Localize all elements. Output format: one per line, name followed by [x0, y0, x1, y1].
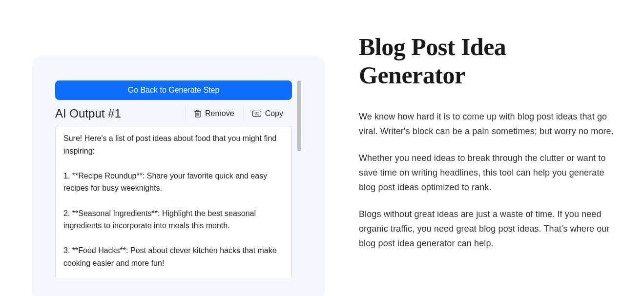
svg-point-8 — [255, 113, 255, 114]
svg-point-3 — [255, 112, 255, 113]
svg-point-6 — [259, 112, 259, 113]
description-para-3: Blogs without great ideas are just a was… — [359, 207, 618, 251]
content-section: Blog Post Idea Generator We know how har… — [359, 33, 618, 296]
description-para-2: Whether you need ideas to break through … — [359, 151, 618, 195]
svg-point-7 — [254, 113, 254, 114]
remove-button[interactable]: Remove — [185, 106, 243, 121]
page-title: Blog Post Idea Generator — [359, 33, 618, 89]
output-title: AI Output #1 — [55, 107, 185, 120]
scrollbar-thumb[interactable] — [297, 80, 301, 151]
copy-label: Copy — [265, 109, 283, 118]
svg-point-2 — [254, 112, 254, 113]
svg-point-9 — [256, 113, 257, 114]
scrollbar-track[interactable] — [296, 80, 301, 278]
svg-point-4 — [256, 112, 257, 113]
go-back-button[interactable]: Go Back to Generate Step — [55, 80, 292, 100]
svg-point-5 — [257, 112, 258, 113]
remove-label: Remove — [205, 109, 234, 118]
svg-point-11 — [259, 113, 259, 114]
description-para-1: We know how hard it is to come up with b… — [359, 110, 618, 138]
svg-point-10 — [257, 113, 258, 114]
svg-rect-12 — [255, 115, 259, 115]
copy-button[interactable]: Copy — [243, 106, 292, 121]
output-header: AI Output #1 Remove — [55, 106, 292, 121]
output-textarea[interactable] — [55, 126, 292, 278]
description: We know how hard it is to come up with b… — [359, 110, 618, 251]
keyboard-icon — [252, 111, 261, 117]
trash-icon — [194, 110, 201, 118]
output-panel: Go Back to Generate Step AI Output #1 Re… — [32, 56, 325, 296]
